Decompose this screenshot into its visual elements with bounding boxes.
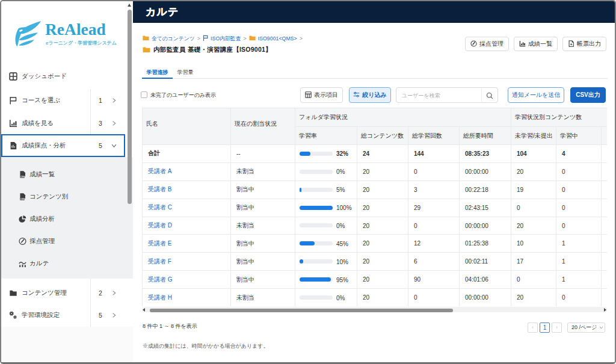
svg-text:CSV: CSV: [20, 176, 25, 178]
svg-text:CSV: CSV: [20, 198, 25, 200]
